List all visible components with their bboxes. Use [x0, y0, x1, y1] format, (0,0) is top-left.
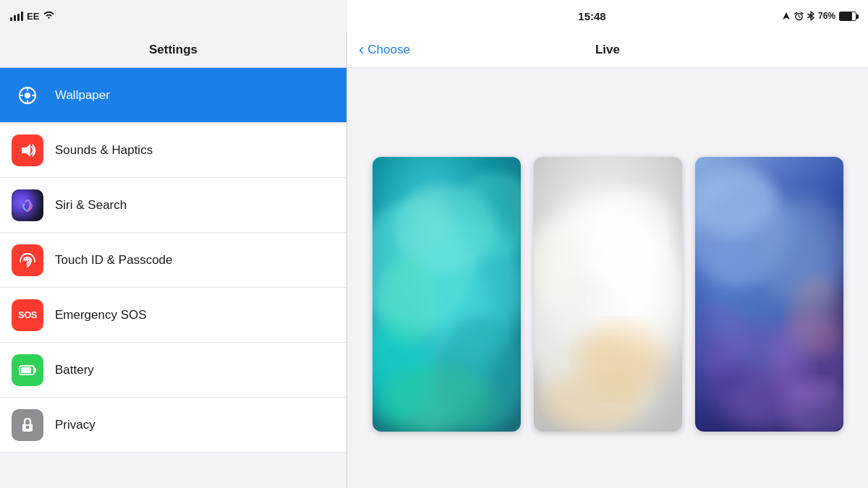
svg-point-21: [380, 258, 438, 345]
wallpaper-grid: [347, 68, 868, 488]
status-right-icons: 76%: [782, 11, 856, 21]
settings-item-touchid[interactable]: Touch ID & Passcode: [0, 233, 346, 288]
wallpaper-thumb-white[interactable]: [534, 157, 682, 432]
signal-icon: [10, 11, 23, 21]
wallpaper-thumb-purple[interactable]: [695, 157, 843, 432]
status-bar-left: EE: [0, 0, 347, 32]
svg-marker-7: [22, 144, 30, 157]
status-time: 15:48: [578, 10, 605, 22]
battery-percent: 76%: [818, 11, 835, 21]
svg-point-11: [26, 425, 30, 429]
back-button[interactable]: ‹ Choose: [347, 42, 422, 58]
wallpaper-label: Wallpaper: [55, 88, 110, 103]
battery-icon: [839, 12, 856, 21]
sounds-icon: [12, 134, 43, 166]
settings-list: Wallpaper Sounds & Haptics: [0, 68, 346, 453]
wallpaper-detail-panel: ‹ Choose Live: [347, 32, 868, 488]
wallpaper-detail-title: Live: [595, 43, 620, 57]
touchid-label: Touch ID & Passcode: [55, 253, 173, 267]
location-icon: [782, 12, 791, 20]
privacy-icon: [12, 409, 43, 441]
privacy-label: Privacy: [55, 418, 95, 432]
svg-point-2: [25, 93, 30, 98]
settings-item-sos[interactable]: SOS Emergency SOS: [0, 288, 346, 343]
settings-item-sounds[interactable]: Sounds & Haptics: [0, 123, 346, 178]
sos-label: Emergency SOS: [55, 308, 147, 322]
settings-item-battery[interactable]: Battery: [0, 343, 346, 398]
battery-label: Battery: [55, 363, 94, 377]
settings-item-wallpaper[interactable]: Wallpaper: [0, 68, 346, 123]
svg-rect-10: [21, 367, 31, 373]
touchid-icon: [12, 244, 43, 276]
back-chevron-icon: ‹: [359, 42, 364, 58]
settings-header: Settings: [0, 32, 346, 68]
alarm-icon: [794, 12, 804, 21]
sos-icon: SOS: [12, 299, 43, 331]
wallpaper-icon: [12, 80, 43, 111]
carrier-label: EE: [27, 11, 39, 22]
svg-point-28: [541, 374, 642, 432]
back-label: Choose: [367, 43, 410, 57]
settings-item-privacy[interactable]: Privacy: [0, 398, 346, 453]
bluetooth-icon: [807, 11, 814, 21]
status-bar-right: 15:48 76%: [347, 0, 868, 32]
sounds-label: Sounds & Haptics: [55, 143, 153, 158]
battery-menu-icon: [12, 354, 43, 386]
settings-title: Settings: [149, 43, 197, 57]
settings-item-siri[interactable]: Siri & Search: [0, 178, 346, 233]
wallpaper-detail-header: ‹ Choose Live: [347, 32, 868, 68]
wifi-icon: [43, 10, 55, 22]
settings-panel: Settings Wallpaper: [0, 32, 347, 488]
svg-point-29: [595, 189, 675, 269]
wallpaper-thumb-teal[interactable]: [373, 157, 521, 432]
siri-label: Siri & Search: [55, 198, 127, 213]
siri-icon: [12, 189, 43, 221]
